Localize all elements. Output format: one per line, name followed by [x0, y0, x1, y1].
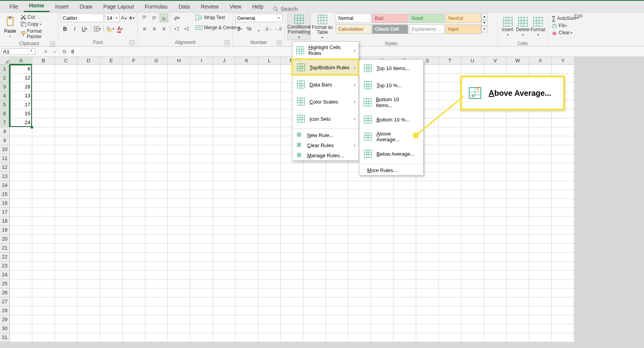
cell[interactable]: [168, 208, 190, 217]
menu-bottom-%-[interactable]: Bottom 10 %...: [359, 111, 423, 128]
cell[interactable]: [303, 324, 326, 333]
cell[interactable]: [439, 315, 461, 324]
cell[interactable]: [190, 127, 213, 136]
cell[interactable]: [213, 181, 236, 190]
cell[interactable]: [552, 324, 574, 333]
font-size-combo[interactable]: ▾: [105, 14, 120, 22]
cell[interactable]: [371, 324, 394, 333]
cell[interactable]: [281, 279, 303, 288]
row-header[interactable]: 6: [0, 109, 10, 118]
align-left-icon[interactable]: ≡: [140, 25, 149, 33]
cell[interactable]: [77, 208, 100, 217]
cell[interactable]: [213, 100, 236, 109]
cell[interactable]: [439, 83, 461, 91]
cell[interactable]: [32, 65, 55, 74]
cell[interactable]: [326, 235, 348, 244]
cell[interactable]: [326, 306, 348, 315]
cell[interactable]: [55, 279, 77, 288]
cell[interactable]: [236, 315, 258, 324]
cell[interactable]: [258, 190, 281, 199]
cell[interactable]: [236, 288, 258, 297]
cell[interactable]: [123, 109, 145, 118]
cell[interactable]: [484, 217, 507, 226]
cell[interactable]: [416, 226, 439, 235]
cell[interactable]: [190, 199, 213, 208]
cell[interactable]: [168, 136, 190, 145]
row-header[interactable]: 8: [0, 127, 10, 136]
col-header[interactable]: C: [55, 57, 77, 65]
row-header[interactable]: 11: [0, 154, 10, 163]
cell[interactable]: [484, 297, 507, 306]
cell[interactable]: [484, 118, 507, 127]
cell[interactable]: [326, 271, 348, 279]
cell[interactable]: [168, 253, 190, 262]
cell[interactable]: [168, 145, 190, 154]
cell[interactable]: [281, 253, 303, 262]
cell[interactable]: [77, 74, 100, 83]
cell[interactable]: [281, 226, 303, 235]
cell[interactable]: [55, 65, 77, 74]
cell[interactable]: [145, 100, 168, 109]
cell[interactable]: [461, 217, 484, 226]
cell[interactable]: [439, 306, 461, 315]
cell[interactable]: [236, 163, 258, 172]
cut-button[interactable]: Cut: [19, 14, 56, 20]
cell[interactable]: [461, 118, 484, 127]
tab-view[interactable]: View: [224, 1, 247, 12]
cell[interactable]: [439, 199, 461, 208]
cell[interactable]: [123, 172, 145, 181]
accounting-icon[interactable]: $▾: [235, 25, 244, 33]
cell[interactable]: [168, 262, 190, 271]
cell[interactable]: [416, 324, 439, 333]
cell[interactable]: [236, 172, 258, 181]
cell[interactable]: [213, 271, 236, 279]
cell[interactable]: [100, 74, 123, 83]
cell[interactable]: [10, 288, 32, 297]
tab-page-layout[interactable]: Page Layout: [98, 1, 139, 12]
cell[interactable]: [281, 315, 303, 324]
cell[interactable]: [394, 217, 416, 226]
cell[interactable]: [461, 199, 484, 208]
row-header[interactable]: 23: [0, 262, 10, 271]
cell[interactable]: [10, 136, 32, 145]
tab-formulas[interactable]: Formulas: [139, 1, 173, 12]
cell[interactable]: [168, 244, 190, 253]
cell[interactable]: [77, 262, 100, 271]
cell[interactable]: [190, 297, 213, 306]
cell[interactable]: [258, 262, 281, 271]
cell[interactable]: [100, 208, 123, 217]
cell[interactable]: [77, 118, 100, 127]
cell[interactable]: [439, 100, 461, 109]
cell[interactable]: [10, 190, 32, 199]
format-cells-button[interactable]: Format▾: [530, 14, 545, 40]
cell[interactable]: [190, 65, 213, 74]
cell[interactable]: [55, 136, 77, 145]
cell[interactable]: [484, 244, 507, 253]
col-header[interactable]: A: [10, 57, 32, 65]
menu-bottom-items-[interactable]: Bottom 10 Items...: [359, 94, 423, 111]
cell[interactable]: [32, 306, 55, 315]
cell[interactable]: [529, 244, 552, 253]
cell[interactable]: [461, 271, 484, 279]
row-header[interactable]: 3: [0, 83, 10, 91]
cell[interactable]: [484, 226, 507, 235]
cell[interactable]: [529, 226, 552, 235]
cell[interactable]: [123, 118, 145, 127]
name-box-input[interactable]: [2, 49, 28, 54]
cell[interactable]: [281, 190, 303, 199]
cell[interactable]: [77, 297, 100, 306]
cell[interactable]: [55, 83, 77, 91]
cell[interactable]: [416, 217, 439, 226]
cell[interactable]: [32, 288, 55, 297]
style-bad[interactable]: Bad: [372, 14, 408, 23]
cell[interactable]: 15: [10, 109, 32, 118]
cell[interactable]: [100, 297, 123, 306]
cell[interactable]: [123, 279, 145, 288]
cell[interactable]: [371, 217, 394, 226]
cell[interactable]: [55, 74, 77, 83]
cell[interactable]: [77, 217, 100, 226]
cell[interactable]: [145, 315, 168, 324]
cell[interactable]: [552, 172, 574, 181]
cell[interactable]: [461, 172, 484, 181]
row-headers[interactable]: 1234567891011121314151617181920212223242…: [0, 65, 10, 342]
